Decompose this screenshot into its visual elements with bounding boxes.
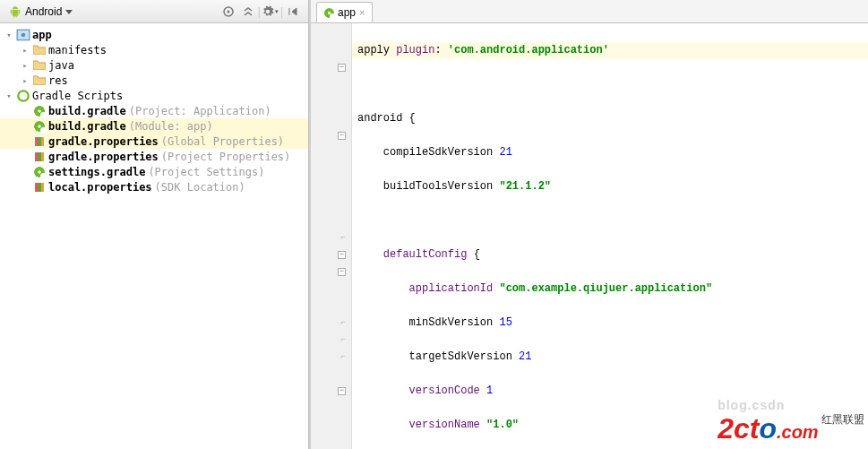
editor-tabs: app × [311,0,868,23]
tree-node-gradle-props-project[interactable]: gradle.properties(Project Properties) [0,149,308,164]
collapse-all-button[interactable] [238,2,258,22]
tree-node-local-properties[interactable]: local.properties(SDK Location) [0,179,308,194]
project-toolbar: Android | ▾ | [0,0,308,23]
fold-minus-icon[interactable]: − [338,268,346,276]
tree-node-build-gradle-module[interactable]: build.gradle(Module: app) [0,118,308,134]
tree-node-settings-gradle[interactable]: settings.gradle(Project Settings) [0,164,308,179]
svg-point-1 [227,10,229,13]
code-area[interactable]: apply plugin: 'com.android.application' … [352,23,868,449]
tree-node-java[interactable]: ▸java [0,57,308,73]
tree-node-app[interactable]: ▾app [0,27,308,42]
close-icon[interactable]: × [359,7,365,18]
gradle-icon [34,121,45,132]
fold-minus-icon[interactable]: − [338,387,346,395]
settings-button[interactable]: ▾ [261,2,280,22]
svg-point-3 [21,32,26,37]
view-selector[interactable]: Android [5,4,78,20]
view-selector-label: Android [25,5,62,18]
fold-end-icon: ⌐ [341,315,346,332]
editor-panel: app × − − ⌐ − − ⌐ ⌐ ⌐ − appl [311,0,868,449]
editor-gutter: − − ⌐ − − ⌐ ⌐ ⌐ − [311,23,352,449]
gradle-icon [34,106,45,117]
tree-node-res[interactable]: ▸res [0,73,308,88]
gradle-icon [34,167,45,177]
tab-label: app [338,6,356,19]
fold-minus-icon[interactable]: − [338,132,346,140]
hide-panel-button[interactable] [283,2,303,22]
scroll-to-source-button[interactable] [219,2,238,22]
fold-minus-icon[interactable]: − [338,251,346,259]
properties-icon [34,182,45,193]
properties-icon [34,151,45,162]
tree-node-manifests[interactable]: ▸manifests [0,42,308,57]
editor-tab[interactable]: app × [316,2,373,22]
code-editor[interactable]: − − ⌐ − − ⌐ ⌐ ⌐ − apply plugin: 'com.and… [311,23,868,449]
project-panel: Android | ▾ | ▾app ▸manifests ▸java ▸res… [0,0,309,449]
svg-point-4 [18,91,28,100]
tree-node-gradle-scripts[interactable]: ▾Gradle Scripts [0,88,308,103]
tree-node-gradle-props-global[interactable]: gradle.properties(Global Properties) [0,134,308,149]
fold-end-icon: ⌐ [341,349,346,366]
properties-icon [34,136,45,147]
gradle-icon [324,8,334,18]
tree-node-build-gradle-project[interactable]: build.gradle(Project: Application) [0,103,308,118]
fold-end-icon: ⌐ [341,332,346,349]
android-icon [9,5,21,18]
fold-minus-icon[interactable]: − [338,64,346,72]
fold-end-icon: ⌐ [341,229,346,246]
project-tree: ▾app ▸manifests ▸java ▸res ▾Gradle Scrip… [0,23,308,449]
